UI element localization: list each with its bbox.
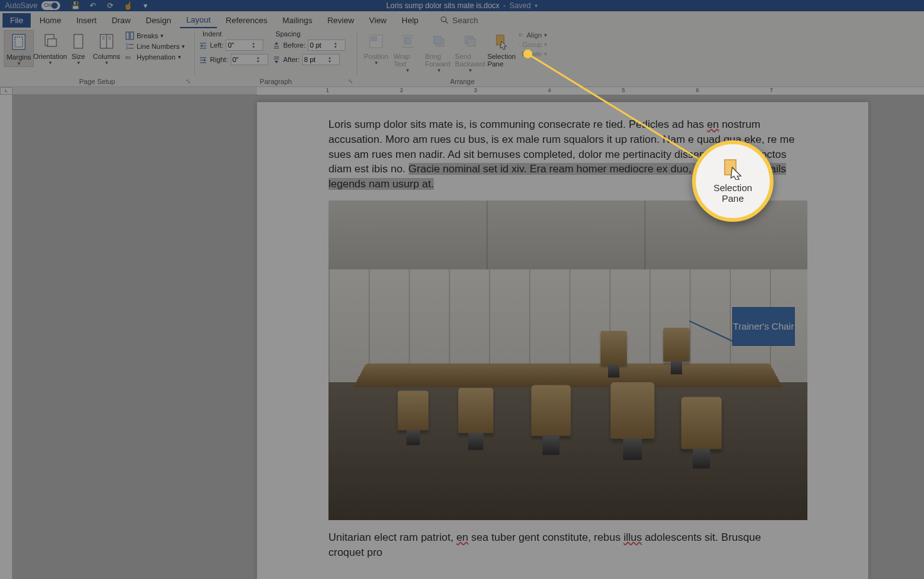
paragraph-1[interactable]: Loris sump dolor sits mate is, is commun… — [328, 117, 797, 192]
ribbon-tabs: File Home Insert Draw Design Layout Refe… — [0, 11, 924, 29]
search-icon — [440, 16, 449, 24]
tab-review[interactable]: Review — [321, 13, 360, 28]
spacing-before-icon — [272, 41, 281, 50]
tab-design[interactable]: Design — [140, 13, 177, 28]
svg-text:2: 2 — [126, 46, 128, 50]
breaks-icon — [125, 31, 134, 40]
indent-left-label: Left: — [210, 41, 223, 49]
svg-rect-38 — [434, 36, 441, 44]
document-area[interactable]: Loris sump dolor sits mate is, is commun… — [13, 95, 924, 579]
columns-icon — [98, 33, 115, 50]
touch-mode-icon[interactable]: ☝ — [123, 1, 133, 11]
ruler-corner[interactable]: L — [0, 87, 13, 95]
document-name: Loris sump dolor sits mate is.docx — [386, 1, 500, 10]
document-image[interactable]: Trainer's Chair — [328, 201, 807, 520]
autosave-toggle-text: On — [44, 2, 51, 8]
svg-rect-14 — [130, 32, 134, 39]
indent-right-input[interactable]: ▲▼ — [231, 54, 268, 65]
ribbon: Margins ▾ Orientation ▾ Size ▾ Columns ▾ — [0, 29, 924, 87]
vertical-ruler[interactable] — [0, 95, 13, 579]
tab-file[interactable]: File — [3, 13, 31, 28]
tab-view[interactable]: View — [363, 13, 393, 28]
svg-marker-33 — [275, 61, 278, 63]
margins-icon — [10, 33, 28, 51]
indent-right-icon — [199, 55, 207, 64]
wrap-text-button[interactable]: Wrap Text ▾ — [392, 30, 423, 73]
group-arrange: Position ▾ Wrap Text ▾ Bring Forward ▾ S… — [357, 29, 567, 86]
tab-insert[interactable]: Insert — [70, 13, 103, 28]
breaks-button[interactable]: Breaks▾ — [125, 31, 185, 40]
svg-rect-35 — [372, 37, 377, 41]
page: Loris sump dolor sits mate is, is commun… — [257, 102, 868, 579]
tab-mailings[interactable]: Mailings — [276, 13, 319, 28]
selection-pane-button[interactable]: Selection Pane — [486, 30, 517, 68]
rotate-button[interactable]: Rotate▾ — [519, 50, 547, 58]
indent-header: Indent — [202, 30, 222, 38]
redo-icon[interactable]: ⟳ — [105, 1, 115, 11]
indent-left-input[interactable]: ▲▼ — [226, 39, 263, 51]
position-button[interactable]: Position ▾ — [361, 30, 391, 66]
align-icon — [519, 33, 524, 38]
horizontal-ruler[interactable]: 1 2 3 4 5 6 7 — [257, 87, 924, 95]
undo-icon[interactable]: ↶ — [88, 1, 98, 11]
line-numbers-button[interactable]: 12 Line Numbers▾ — [125, 42, 185, 51]
svg-rect-45 — [520, 36, 522, 37]
ruler-bar: L 1 2 3 4 5 6 7 — [0, 87, 924, 95]
svg-rect-5 — [48, 39, 56, 46]
svg-text:bc: bc — [125, 55, 130, 60]
spacing-before-input[interactable]: ▲▼ — [308, 39, 345, 51]
hyphenation-button[interactable]: bc Hyphenation▾ — [125, 53, 185, 61]
tab-help[interactable]: Help — [396, 13, 425, 28]
svg-rect-13 — [126, 32, 129, 39]
hyphenation-icon: bc — [125, 53, 134, 61]
autosave-label: AutoSave — [5, 1, 38, 10]
autosave-toggle[interactable]: On — [41, 1, 60, 10]
spacing-after-label: After: — [283, 56, 300, 63]
line-numbers-icon: 12 — [125, 42, 134, 51]
group-paragraph: Indent Spacing Left: ▲▼ Right: ▲▼ — [195, 29, 357, 86]
autosave-group: AutoSave On — [0, 1, 65, 10]
orientation-button[interactable]: Orientation ▾ — [35, 30, 65, 66]
search-placeholder: Search — [453, 16, 478, 25]
columns-button[interactable]: Columns ▾ — [92, 30, 122, 66]
align-button[interactable]: Align▾ — [519, 31, 547, 39]
spacing-after-input[interactable]: ▲▼ — [302, 54, 340, 65]
position-icon — [367, 33, 385, 50]
workspace: Loris sump dolor sits mate is, is commun… — [0, 95, 924, 579]
save-icon[interactable]: 💾 — [70, 1, 80, 11]
group-icon — [519, 44, 520, 45]
send-backward-button[interactable]: Send Backward ▾ — [455, 30, 485, 73]
tab-home[interactable]: Home — [33, 13, 68, 28]
group-button[interactable]: Group▾ — [519, 41, 547, 48]
selection-pane-icon — [493, 33, 510, 50]
title-bar: AutoSave On 💾 ↶ ⟳ ☝ ▾ Loris sump dolor s… — [0, 0, 924, 11]
callout-box[interactable]: Trainer's Chair — [732, 307, 795, 346]
spacing-header: Spacing — [276, 30, 301, 38]
page-setup-dialog-launcher[interactable]: ⤡ — [186, 78, 193, 85]
tab-draw[interactable]: Draw — [105, 13, 137, 28]
tab-layout[interactable]: Layout — [180, 13, 217, 28]
saved-status: Saved — [510, 1, 531, 10]
bring-forward-button[interactable]: Bring Forward ▾ — [424, 30, 454, 73]
svg-rect-44 — [520, 34, 523, 35]
orientation-icon — [41, 33, 59, 50]
svg-rect-6 — [74, 34, 83, 48]
svg-rect-47 — [520, 44, 520, 45]
page-setup-label: Page Setup — [4, 78, 191, 86]
size-button[interactable]: Size ▾ — [66, 30, 90, 66]
svg-rect-36 — [404, 38, 411, 44]
indent-left-icon — [199, 41, 207, 50]
tab-references[interactable]: References — [219, 13, 273, 28]
margins-button[interactable]: Margins ▾ — [4, 30, 34, 67]
size-icon — [70, 33, 87, 50]
paragraph-2[interactable]: Unitarian elect ram patriot, en sea tube… — [328, 530, 797, 560]
search-box[interactable]: Search — [440, 16, 478, 25]
quick-access-toolbar: 💾 ↶ ⟳ ☝ ▾ — [65, 1, 155, 11]
svg-line-1 — [445, 21, 448, 24]
paragraph-dialog-launcher[interactable]: ⤡ — [348, 78, 355, 85]
svg-marker-26 — [204, 59, 206, 61]
send-backward-icon — [461, 33, 479, 50]
svg-marker-22 — [200, 44, 202, 47]
qat-more-icon[interactable]: ▾ — [140, 1, 150, 11]
arrange-label: Arrange — [361, 78, 564, 86]
